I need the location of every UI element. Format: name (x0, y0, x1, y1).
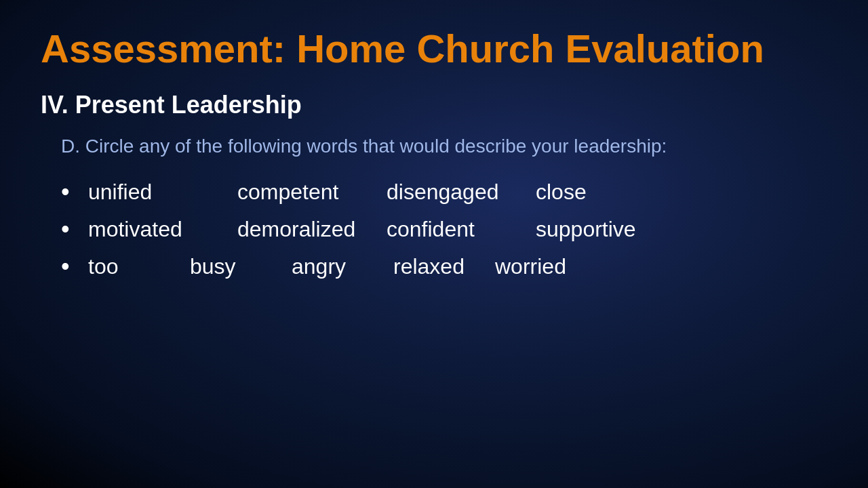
question-text: D. Circle any of the following words tha… (61, 133, 827, 159)
word-unified: unified (88, 180, 237, 205)
word-angry: angry (292, 254, 393, 279)
word-supportive: supportive (536, 217, 685, 242)
slide-title: Assessment: Home Church Evaluation (41, 27, 827, 70)
word-too: too (88, 254, 190, 279)
word-motivated: motivated (88, 217, 237, 242)
word-disengaged: disengaged (387, 180, 536, 205)
word-confident: confident (387, 217, 536, 242)
word-close: close (536, 180, 685, 205)
list-item-row2: motivated demoralized confident supporti… (61, 217, 827, 242)
word-competent: competent (237, 180, 387, 205)
list-item-row3: too busy angry relaxed worried (61, 254, 827, 279)
word-list: unified competent disengaged close motiv… (61, 180, 827, 279)
list-item-row1: unified competent disengaged close (61, 180, 827, 205)
word-worried: worried (495, 254, 597, 279)
section-header: IV. Present Leadership (41, 91, 827, 119)
slide: Assessment: Home Church Evaluation IV. P… (0, 0, 868, 488)
word-demoralized: demoralized (237, 217, 387, 242)
word-relaxed: relaxed (393, 254, 495, 279)
word-busy: busy (190, 254, 292, 279)
